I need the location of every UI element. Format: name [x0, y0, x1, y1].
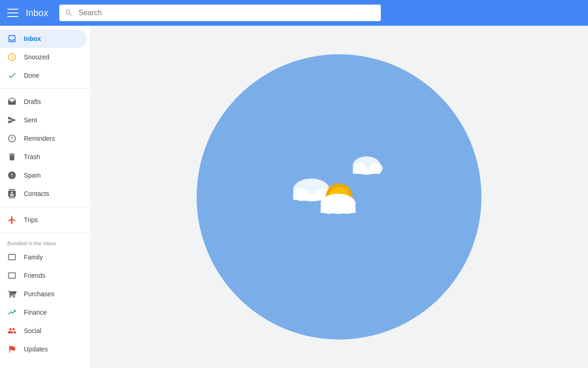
reminders-icon — [7, 134, 17, 143]
weather-illustration-circle — [197, 54, 481, 339]
sidebar-item-finance-label: Finance — [24, 309, 47, 316]
weather-svg — [270, 128, 408, 266]
sidebar-item-reminders-label: Reminders — [24, 135, 55, 142]
sidebar-item-family-label: Family — [24, 253, 43, 261]
app-title: Inbox — [26, 8, 48, 18]
sidebar-item-finance[interactable]: Finance — [0, 303, 86, 322]
sidebar-item-inbox-label: Inbox — [24, 35, 41, 42]
friends-icon — [7, 271, 17, 280]
bundled-label: Bundled in the inbox — [0, 237, 90, 248]
sidebar: Inbox Snoozed Done Drafts — [0, 26, 90, 368]
sidebar-item-inbox[interactable]: Inbox — [0, 29, 86, 48]
sent-icon — [7, 115, 17, 125]
sidebar-item-friends-label: Friends — [24, 272, 45, 279]
sidebar-item-done[interactable]: Done — [0, 66, 86, 85]
sidebar-item-trips[interactable]: Trips — [0, 211, 86, 229]
sidebar-item-purchases[interactable]: Purchases — [0, 285, 86, 303]
sidebar-item-spam-label: Spam — [24, 172, 41, 179]
sidebar-item-drafts[interactable]: Drafts — [0, 92, 86, 111]
sidebar-divider-2 — [0, 207, 90, 207]
done-icon — [7, 71, 17, 80]
drafts-icon — [7, 97, 17, 106]
sidebar-item-family[interactable]: Family — [0, 248, 86, 266]
spam-icon — [7, 171, 17, 180]
snoozed-icon — [7, 52, 17, 62]
sidebar-item-trash[interactable]: Trash — [0, 148, 86, 166]
sidebar-item-trips-label: Trips — [24, 216, 38, 224]
sidebar-item-done-label: Done — [24, 72, 39, 79]
inbox-icon — [7, 34, 17, 43]
search-icon — [65, 9, 73, 17]
sidebar-item-updates[interactable]: Updates — [0, 340, 86, 358]
sidebar-divider-3 — [0, 233, 90, 233]
sidebar-item-spam[interactable]: Spam — [0, 166, 86, 184]
sidebar-item-contacts-label: Contacts — [24, 190, 49, 197]
sidebar-item-snoozed[interactable]: Snoozed — [0, 48, 86, 66]
app-header: Inbox — [0, 0, 588, 26]
svg-rect-14 — [321, 207, 356, 213]
sidebar-item-social-label: Social — [24, 327, 41, 334]
sidebar-item-friends[interactable]: Friends — [0, 266, 86, 285]
main-content — [90, 26, 588, 368]
finance-icon — [7, 308, 17, 317]
sidebar-item-sent-label: Sent — [24, 116, 37, 124]
search-bar[interactable] — [59, 5, 381, 21]
sidebar-item-contacts[interactable]: Contacts — [0, 184, 86, 203]
sidebar-item-snoozed-label: Snoozed — [24, 53, 49, 61]
svg-rect-3 — [353, 168, 380, 174]
menu-icon[interactable] — [7, 7, 18, 18]
sidebar-item-social[interactable]: Social — [0, 322, 86, 340]
sidebar-item-updates-label: Updates — [24, 345, 48, 353]
sidebar-item-purchases-label: Purchases — [24, 290, 54, 298]
main-layout: Inbox Snoozed Done Drafts — [0, 26, 588, 368]
search-input[interactable] — [79, 9, 375, 17]
sidebar-item-drafts-label: Drafts — [24, 98, 41, 105]
sidebar-divider-1 — [0, 88, 90, 89]
purchases-icon — [7, 289, 17, 299]
updates-icon — [7, 345, 17, 354]
sidebar-item-trash-label: Trash — [24, 153, 40, 161]
contacts-icon — [7, 189, 17, 198]
sidebar-item-reminders[interactable]: Reminders — [0, 129, 86, 148]
social-icon — [7, 326, 17, 335]
sidebar-item-sent[interactable]: Sent — [0, 111, 86, 129]
trips-icon — [7, 215, 17, 224]
trash-icon — [7, 152, 17, 161]
family-icon — [7, 253, 17, 262]
